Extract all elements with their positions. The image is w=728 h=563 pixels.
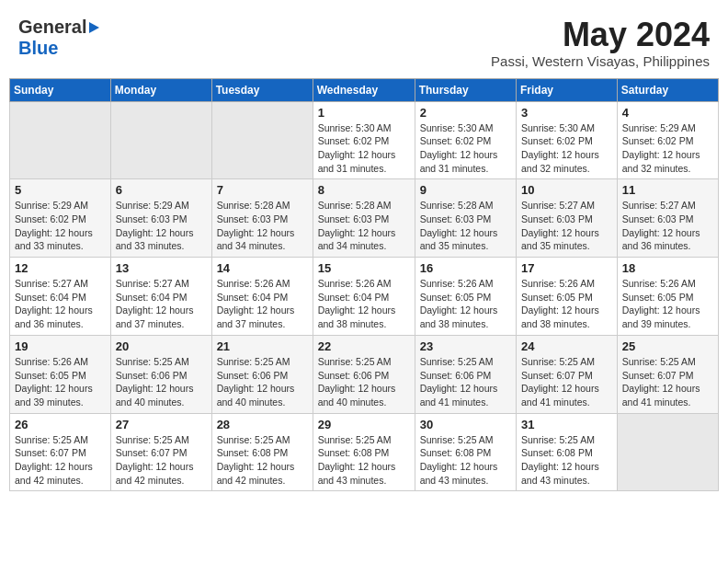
day-header-monday: Monday — [110, 78, 211, 101]
calendar-cell: 24Sunrise: 5:25 AM Sunset: 6:07 PM Dayli… — [517, 335, 618, 413]
calendar-cell: 7Sunrise: 5:28 AM Sunset: 6:03 PM Daylig… — [211, 179, 313, 258]
cell-date: 17 — [521, 261, 612, 275]
calendar-cell: 30Sunrise: 5:25 AM Sunset: 6:08 PM Dayli… — [415, 413, 516, 491]
calendar-cell: 6Sunrise: 5:29 AM Sunset: 6:03 PM Daylig… — [110, 179, 211, 258]
calendar-cell — [110, 101, 211, 179]
cell-content: Sunrise: 5:25 AM Sunset: 6:07 PM Dayligh… — [15, 433, 106, 488]
calendar-cell: 2Sunrise: 5:30 AM Sunset: 6:02 PM Daylig… — [415, 101, 516, 179]
cell-date: 23 — [420, 339, 511, 353]
day-header-saturday: Saturday — [617, 78, 718, 101]
calendar-cell: 13Sunrise: 5:27 AM Sunset: 6:04 PM Dayli… — [110, 258, 211, 336]
calendar-cell: 20Sunrise: 5:25 AM Sunset: 6:06 PM Dayli… — [110, 335, 211, 413]
calendar-cell: 3Sunrise: 5:30 AM Sunset: 6:02 PM Daylig… — [517, 101, 618, 179]
calendar-cell: 25Sunrise: 5:25 AM Sunset: 6:07 PM Dayli… — [617, 335, 718, 413]
cell-content: Sunrise: 5:25 AM Sunset: 6:08 PM Dayligh… — [420, 433, 511, 488]
logo-general-text: General — [18, 17, 86, 38]
calendar-header-row: SundayMondayTuesdayWednesdayThursdayFrid… — [10, 78, 719, 101]
cell-date: 10 — [521, 183, 612, 197]
cell-date: 18 — [622, 261, 713, 275]
cell-date: 29 — [318, 418, 410, 431]
calendar-cell: 1Sunrise: 5:30 AM Sunset: 6:02 PM Daylig… — [313, 101, 415, 179]
calendar-week-1: 1Sunrise: 5:30 AM Sunset: 6:02 PM Daylig… — [10, 101, 719, 179]
cell-content: Sunrise: 5:27 AM Sunset: 6:03 PM Dayligh… — [521, 199, 612, 253]
cell-content: Sunrise: 5:27 AM Sunset: 6:04 PM Dayligh… — [15, 277, 106, 331]
cell-date: 20 — [116, 339, 207, 353]
cell-date: 9 — [420, 183, 511, 197]
cell-date: 27 — [116, 418, 207, 431]
day-header-friday: Friday — [517, 78, 618, 101]
cell-date: 11 — [622, 183, 713, 197]
cell-content: Sunrise: 5:30 AM Sunset: 6:02 PM Dayligh… — [420, 121, 511, 176]
cell-content: Sunrise: 5:26 AM Sunset: 6:05 PM Dayligh… — [521, 277, 612, 331]
calendar-cell: 26Sunrise: 5:25 AM Sunset: 6:07 PM Dayli… — [10, 413, 111, 491]
logo: General Blue — [18, 17, 99, 59]
calendar-week-2: 5Sunrise: 5:29 AM Sunset: 6:02 PM Daylig… — [10, 179, 719, 258]
cell-date: 12 — [15, 261, 106, 275]
calendar-cell: 19Sunrise: 5:26 AM Sunset: 6:05 PM Dayli… — [10, 335, 111, 413]
cell-date: 2 — [420, 106, 511, 120]
cell-content: Sunrise: 5:25 AM Sunset: 6:06 PM Dayligh… — [217, 355, 308, 409]
cell-date: 14 — [217, 261, 308, 275]
cell-content: Sunrise: 5:29 AM Sunset: 6:02 PM Dayligh… — [622, 121, 713, 176]
page-header: General Blue May 2024 Passi, Western Vis… — [9, 9, 719, 73]
cell-date: 15 — [318, 261, 410, 275]
calendar-cell: 31Sunrise: 5:25 AM Sunset: 6:08 PM Dayli… — [517, 413, 618, 491]
calendar-cell: 10Sunrise: 5:27 AM Sunset: 6:03 PM Dayli… — [517, 179, 618, 258]
cell-date: 22 — [318, 339, 410, 353]
cell-date: 4 — [622, 106, 713, 120]
calendar-cell — [211, 101, 313, 179]
cell-content: Sunrise: 5:27 AM Sunset: 6:03 PM Dayligh… — [622, 199, 713, 253]
cell-date: 25 — [622, 339, 713, 353]
cell-date: 6 — [116, 183, 207, 197]
cell-content: Sunrise: 5:29 AM Sunset: 6:02 PM Dayligh… — [15, 199, 106, 253]
calendar-cell — [617, 413, 718, 491]
calendar-cell: 27Sunrise: 5:25 AM Sunset: 6:07 PM Dayli… — [110, 413, 211, 491]
cell-date: 13 — [116, 261, 207, 275]
cell-content: Sunrise: 5:25 AM Sunset: 6:06 PM Dayligh… — [116, 355, 207, 409]
cell-date: 28 — [217, 418, 308, 431]
cell-date: 21 — [217, 339, 308, 353]
cell-content: Sunrise: 5:25 AM Sunset: 6:08 PM Dayligh… — [521, 433, 612, 488]
calendar-cell: 15Sunrise: 5:26 AM Sunset: 6:04 PM Dayli… — [313, 258, 415, 336]
calendar-cell: 8Sunrise: 5:28 AM Sunset: 6:03 PM Daylig… — [313, 179, 415, 258]
cell-content: Sunrise: 5:27 AM Sunset: 6:04 PM Dayligh… — [116, 277, 207, 331]
cell-content: Sunrise: 5:29 AM Sunset: 6:03 PM Dayligh… — [116, 199, 207, 253]
cell-content: Sunrise: 5:25 AM Sunset: 6:06 PM Dayligh… — [318, 355, 410, 409]
day-header-tuesday: Tuesday — [211, 78, 313, 101]
calendar-cell: 29Sunrise: 5:25 AM Sunset: 6:08 PM Dayli… — [313, 413, 415, 491]
cell-content: Sunrise: 5:26 AM Sunset: 6:05 PM Dayligh… — [622, 277, 713, 331]
calendar-cell: 28Sunrise: 5:25 AM Sunset: 6:08 PM Dayli… — [211, 413, 313, 491]
calendar-table: SundayMondayTuesdayWednesdayThursdayFrid… — [9, 78, 719, 492]
calendar-cell: 22Sunrise: 5:25 AM Sunset: 6:06 PM Dayli… — [313, 335, 415, 413]
calendar-cell: 17Sunrise: 5:26 AM Sunset: 6:05 PM Dayli… — [517, 258, 618, 336]
day-header-wednesday: Wednesday — [313, 78, 415, 101]
logo-arrow-icon — [89, 22, 99, 33]
month-title: May 2024 — [491, 17, 710, 53]
calendar-cell: 11Sunrise: 5:27 AM Sunset: 6:03 PM Dayli… — [617, 179, 718, 258]
location-text: Passi, Western Visayas, Philippines — [491, 53, 710, 69]
cell-content: Sunrise: 5:25 AM Sunset: 6:07 PM Dayligh… — [521, 355, 612, 409]
logo-blue-text: Blue — [18, 38, 99, 59]
cell-date: 24 — [521, 339, 612, 353]
cell-date: 1 — [318, 106, 410, 120]
calendar-cell — [10, 101, 111, 179]
calendar-cell: 21Sunrise: 5:25 AM Sunset: 6:06 PM Dayli… — [211, 335, 313, 413]
cell-date: 26 — [15, 418, 106, 431]
calendar-week-4: 19Sunrise: 5:26 AM Sunset: 6:05 PM Dayli… — [10, 335, 719, 413]
cell-content: Sunrise: 5:26 AM Sunset: 6:04 PM Dayligh… — [217, 277, 308, 331]
calendar-cell: 5Sunrise: 5:29 AM Sunset: 6:02 PM Daylig… — [10, 179, 111, 258]
cell-content: Sunrise: 5:25 AM Sunset: 6:08 PM Dayligh… — [318, 433, 410, 488]
calendar-cell: 12Sunrise: 5:27 AM Sunset: 6:04 PM Dayli… — [10, 258, 111, 336]
cell-date: 19 — [15, 339, 106, 353]
cell-date: 31 — [521, 418, 612, 431]
cell-content: Sunrise: 5:26 AM Sunset: 6:04 PM Dayligh… — [318, 277, 410, 331]
cell-content: Sunrise: 5:28 AM Sunset: 6:03 PM Dayligh… — [318, 199, 410, 253]
cell-content: Sunrise: 5:25 AM Sunset: 6:07 PM Dayligh… — [116, 433, 207, 488]
cell-content: Sunrise: 5:25 AM Sunset: 6:06 PM Dayligh… — [420, 355, 511, 409]
cell-content: Sunrise: 5:30 AM Sunset: 6:02 PM Dayligh… — [318, 121, 410, 176]
cell-date: 8 — [318, 183, 410, 197]
cell-content: Sunrise: 5:25 AM Sunset: 6:07 PM Dayligh… — [622, 355, 713, 409]
cell-date: 30 — [420, 418, 511, 431]
cell-content: Sunrise: 5:26 AM Sunset: 6:05 PM Dayligh… — [15, 355, 106, 409]
cell-date: 5 — [15, 183, 106, 197]
